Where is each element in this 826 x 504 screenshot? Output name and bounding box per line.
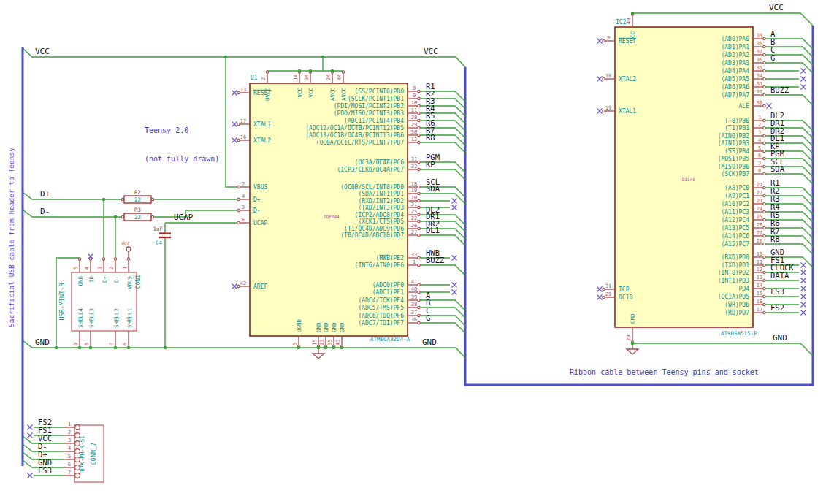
usb-value[interactable]: USB-MINI-B — [58, 283, 66, 320]
pin-number: 8 — [413, 85, 416, 91]
resistor-r2[interactable]: R222 — [121, 189, 153, 204]
net-label[interactable]: GND — [35, 337, 50, 347]
pin-number: 15 — [312, 340, 318, 345]
pin-name: ICP — [619, 286, 630, 293]
net-label[interactable]: G — [770, 53, 775, 62]
junction-dot — [324, 346, 328, 350]
pin-end — [763, 186, 765, 188]
pin-end — [763, 210, 765, 213]
pin-name: GND — [331, 322, 337, 332]
net-label[interactable]: G — [426, 313, 430, 322]
net-label[interactable]: FS3 — [770, 287, 784, 296]
pin-number: 28 — [757, 238, 762, 244]
net-label[interactable]: DL1 — [426, 226, 440, 234]
pin-number: 31 — [411, 156, 417, 162]
pin-end — [418, 264, 420, 266]
wire[interactable] — [420, 265, 465, 275]
note-ribbon-cable: Ribbon cable between Teensy pins and soc… — [570, 368, 759, 376]
wire[interactable] — [153, 210, 238, 217]
net-label[interactable]: BUZZ — [426, 256, 444, 264]
net-label[interactable]: VCC — [35, 47, 50, 56]
ic-footprint[interactable]: TQFP44 — [324, 214, 340, 219]
pin-name: OC1B — [619, 294, 632, 301]
net-label[interactable]: R8 — [770, 234, 780, 243]
net-label[interactable]: D- — [40, 207, 50, 216]
pin-name: ALE — [739, 103, 750, 110]
pin-name: (HWB)PE2 — [375, 255, 404, 261]
wire[interactable] — [420, 194, 465, 204]
pin-name: VCC — [307, 88, 314, 98]
ic-footprint[interactable]: DIL40 — [682, 177, 695, 182]
usb-reference[interactable]: CON1 — [135, 275, 142, 289]
header-reference[interactable]: CONN_7 — [90, 443, 97, 465]
pin-number: 17 — [240, 118, 246, 124]
pin-name: (A12)PC4 — [721, 217, 749, 224]
pin-end — [75, 473, 80, 478]
net-label[interactable]: VCC — [769, 3, 784, 12]
net-label[interactable]: R8 — [426, 133, 435, 142]
pin-end — [237, 123, 240, 125]
capacitor-reference[interactable]: C4 — [156, 240, 163, 246]
wire[interactable] — [23, 48, 465, 67]
net-label[interactable]: UCAP — [174, 213, 194, 222]
pin-end — [763, 271, 765, 273]
pin-number: 13 — [757, 275, 762, 280]
pin-name: (A13)PC5 — [721, 225, 749, 232]
pin-name: UVCC — [264, 88, 271, 101]
net-label[interactable]: VCC — [424, 47, 438, 56]
pin-number: 38 — [411, 302, 417, 308]
pin-number: 29 — [411, 122, 417, 128]
wire[interactable] — [420, 235, 465, 245]
capacitor-c4[interactable]: 1uFC4 — [153, 226, 171, 246]
resistor-reference[interactable]: R2 — [134, 189, 141, 196]
resistor-value[interactable]: 22 — [134, 196, 141, 203]
wire[interactable] — [23, 192, 123, 199]
pin-number: 40 — [411, 286, 417, 292]
net-label[interactable]: BUZZ — [770, 85, 789, 94]
net-label[interactable]: DATA — [770, 271, 789, 280]
pin-number: 33 — [411, 252, 417, 258]
net-label[interactable]: SDA — [770, 164, 785, 173]
net-label[interactable]: FS2 — [770, 303, 784, 312]
pin-name: (INT6/AIN0)PE6 — [355, 262, 405, 269]
pin-end — [763, 165, 765, 167]
net-label[interactable]: KP — [426, 160, 435, 169]
capacitor-value[interactable]: 1uF — [153, 226, 163, 232]
pin-end — [418, 299, 420, 301]
pin-end — [763, 61, 765, 64]
gnd-triangle — [313, 354, 324, 359]
wire[interactable] — [23, 210, 123, 217]
pin-name: (AD0)PA0 — [721, 36, 749, 42]
resistor-reference[interactable]: R3 — [134, 207, 141, 213]
wire[interactable] — [765, 63, 813, 73]
pin-name: (SS)PB4 — [724, 148, 749, 155]
pin-name: (AD6)PA6 — [721, 84, 749, 91]
pin-end — [603, 77, 605, 80]
junction-dot — [114, 346, 118, 350]
ic-value[interactable]: AT90S8515-P — [721, 330, 757, 337]
ic-reference[interactable]: U1 — [251, 75, 258, 81]
pin-name: (SCLK/PCINT1)PB1 — [348, 96, 404, 102]
pin-name: (WR)PD6 — [724, 302, 749, 308]
net-label[interactable]: D+ — [40, 189, 50, 199]
net-label[interactable]: GND — [773, 333, 787, 343]
vcc-power-flag[interactable]: VCC — [121, 241, 131, 259]
resistor-r3[interactable]: R322 — [121, 207, 153, 221]
wire[interactable] — [632, 13, 813, 26]
wire[interactable] — [420, 142, 465, 153]
pin-name: (XCK1/CTS)PD5 — [358, 218, 404, 225]
net-label[interactable]: FS3 — [38, 466, 52, 475]
wire[interactable] — [632, 343, 813, 356]
pin-number: 14 — [293, 75, 299, 80]
pin-number: 24 — [757, 206, 762, 212]
net-label[interactable]: GND — [422, 337, 437, 347]
pin-end — [418, 220, 420, 222]
resistor-value[interactable]: 22 — [134, 214, 141, 221]
ic-value[interactable]: ATMEGA32U4-A — [370, 336, 410, 343]
net-label[interactable]: SDA — [426, 184, 440, 193]
pin-end — [418, 141, 420, 143]
wire[interactable] — [420, 323, 465, 333]
ic-reference[interactable]: IC2 — [616, 19, 627, 26]
wire[interactable] — [765, 95, 813, 105]
ic-ic2[interactable]: IC2AT90S8515-PDIL40 — [615, 19, 757, 337]
